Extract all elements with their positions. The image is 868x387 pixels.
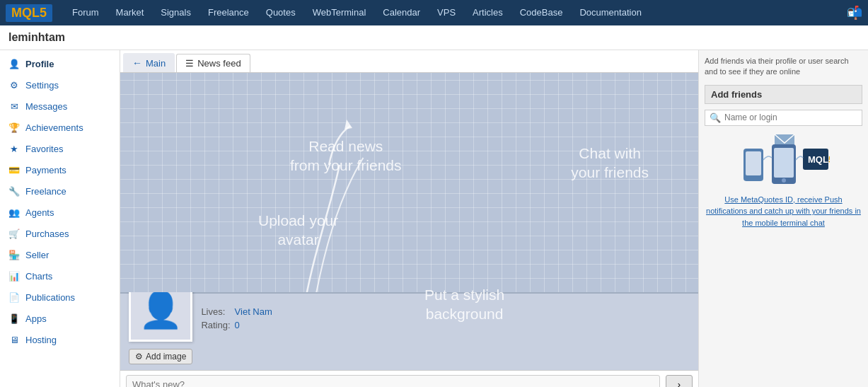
svg-rect-5	[746, 151, 761, 175]
sidebar-label-favorites: Favorites	[25, 144, 63, 154]
sidebar-label-apps: Apps	[25, 313, 47, 324]
sidebar-label-freelance: Freelance	[25, 186, 66, 197]
sidebar-item-hosting[interactable]: 🖥 Hosting	[0, 329, 120, 350]
payments-icon: 💳	[8, 164, 20, 175]
apps-icon: 📱	[8, 313, 20, 324]
profile-info: Lives: Viet Nam Rating: 0	[201, 299, 276, 332]
nav-signals[interactable]: Signals	[152, 0, 199, 25]
mobile-promo-image: MQL5	[705, 133, 862, 190]
sidebar-label-charts: Charts	[25, 271, 52, 282]
freelance-icon: 🔧	[8, 185, 20, 197]
search-friends-input[interactable]	[724, 112, 857, 122]
search-friends-box: 🔍	[705, 110, 862, 126]
right-panel: Add friends via their profile or user se…	[698, 50, 868, 387]
nav-codebase[interactable]: CodeBase	[511, 0, 572, 25]
rating-value[interactable]: 0	[235, 320, 240, 330]
sidebar-label-purchases: Purchases	[25, 229, 69, 239]
nav-calendar[interactable]: Calendar	[374, 0, 429, 25]
sidebar-item-profile[interactable]: 👤 Profile	[0, 53, 120, 74]
sidebar-label-payments: Payments	[25, 165, 66, 175]
nav-webterminal[interactable]: WebTerminal	[304, 0, 375, 25]
nav-quotes[interactable]: Quotes	[257, 0, 304, 25]
newsfeed-icon: ☰	[185, 58, 194, 69]
tab-newsfeed[interactable]: ☰ News feed	[176, 54, 250, 72]
cover-hint-background: Put a stylishbackground	[424, 285, 504, 324]
search-icon: 🔍	[710, 112, 721, 123]
sidebar-item-favorites[interactable]: ★ Favorites	[0, 138, 120, 159]
top-navigation: MQL5 Forum Market Signals Freelance Quot…	[0, 0, 868, 25]
cover-hint-upload: Upload youravatar	[258, 211, 338, 250]
profile-bottom: 👤 ⚙ Add image Lives: Viet Nam Rating: 0	[120, 292, 698, 370]
nav-articles[interactable]: Articles	[464, 0, 511, 25]
sidebar-item-seller[interactable]: 🏪 Seller	[0, 244, 120, 265]
metaquotes-link[interactable]: Use MetaQuotes ID, receive Push notifica…	[706, 195, 861, 227]
sidebar-item-charts[interactable]: 📊 Charts	[0, 265, 120, 287]
mobile-promo: MQL5 Use MetaQuotes ID, receive Push not…	[705, 133, 862, 229]
profile-tabs: ← Main ☰ News feed	[120, 50, 698, 73]
sidebar-item-messages[interactable]: ✉ Messages	[0, 96, 120, 117]
sidebar-item-freelance[interactable]: 🔧 Freelance	[0, 180, 120, 202]
nav-forum[interactable]: Forum	[64, 0, 108, 25]
promo-text: Use MetaQuotes ID, receive Push notifica…	[705, 194, 862, 229]
tab-main[interactable]: ← Main	[123, 53, 175, 72]
sidebar-label-agents: Agents	[25, 207, 54, 218]
back-arrow-icon: ←	[132, 57, 142, 69]
arrows-overlay	[120, 73, 698, 292]
username-label: leminhtam	[8, 31, 65, 43]
lives-value[interactable]: Viet Nam	[235, 306, 272, 317]
charts-icon: 📊	[8, 270, 20, 282]
svg-marker-1	[345, 120, 352, 129]
promo-illustration: MQL5	[738, 133, 830, 190]
logo-num: 5	[40, 6, 47, 20]
cover-arrows-svg	[120, 73, 698, 292]
sidebar-item-payments[interactable]: 💳 Payments	[0, 159, 120, 180]
gear-icon: ⚙	[135, 352, 143, 362]
nav-market[interactable]: Market	[108, 0, 153, 25]
logo[interactable]: MQL5	[6, 4, 52, 22]
sidebar-item-achievements[interactable]: 🏆 Achievements	[0, 117, 120, 138]
add-friends-heading: Add friends	[705, 85, 862, 104]
add-image-button[interactable]: ⚙ Add image	[129, 349, 192, 364]
sidebar-label-messages: Messages	[25, 101, 67, 112]
sidebar-item-purchases[interactable]: 🛒 Purchases	[0, 223, 120, 244]
rating-label: Rating:	[201, 318, 234, 332]
notification-icon[interactable]: 📬	[847, 5, 862, 21]
profile-icon: 👤	[8, 58, 20, 69]
whats-new-submit-button[interactable]: ›	[666, 375, 693, 387]
svg-rect-7	[774, 148, 794, 178]
settings-icon: ⚙	[8, 79, 20, 91]
sidebar-item-publications[interactable]: 📄 Publications	[0, 287, 120, 308]
agents-icon: 👥	[8, 207, 20, 218]
profile-cover: Read newsfrom your friends Chat withyour…	[120, 73, 698, 292]
tab-main-label: Main	[146, 58, 166, 69]
hosting-icon: 🖥	[8, 334, 20, 345]
nav-freelance[interactable]: Freelance	[199, 0, 257, 25]
content-area: ← Main ☰ News feed	[120, 50, 698, 387]
svg-text:MQL5: MQL5	[808, 154, 830, 165]
sidebar-item-settings[interactable]: ⚙ Settings	[0, 74, 120, 96]
logo-text: MQL	[11, 6, 40, 20]
whats-new-bar: ›	[120, 370, 698, 387]
sidebar-item-agents[interactable]: 👥 Agents	[0, 202, 120, 223]
cover-hint-chat: Chat withyour friends	[571, 144, 649, 183]
avatar-placeholder-icon: 👤	[139, 292, 183, 328]
sidebar-label-profile: Profile	[25, 59, 54, 69]
favorites-icon: ★	[8, 143, 20, 154]
sidebar-label-settings: Settings	[25, 80, 59, 91]
sidebar-item-apps[interactable]: 📱 Apps	[0, 308, 120, 329]
sidebar-label-publications: Publications	[25, 292, 75, 303]
sidebar-label-hosting: Hosting	[25, 335, 57, 345]
svg-point-8	[782, 178, 786, 183]
sidebar: 👤 Profile ⚙ Settings ✉ Messages 🏆 Achiev…	[0, 50, 120, 387]
purchases-icon: 🛒	[8, 228, 20, 239]
sidebar-label-seller: Seller	[25, 250, 49, 260]
messages-icon: ✉	[8, 100, 20, 112]
seller-icon: 🏪	[8, 249, 20, 260]
publications-icon: 📄	[8, 291, 20, 303]
whats-new-input[interactable]	[126, 375, 660, 387]
sidebar-label-achievements: Achievements	[25, 122, 83, 133]
nav-documentation[interactable]: Documentation	[571, 0, 649, 25]
right-panel-hint: Add friends via their profile or user se…	[705, 56, 862, 78]
nav-vps[interactable]: VPS	[429, 0, 464, 25]
cover-hint-read-news: Read newsfrom your friends	[290, 137, 402, 175]
